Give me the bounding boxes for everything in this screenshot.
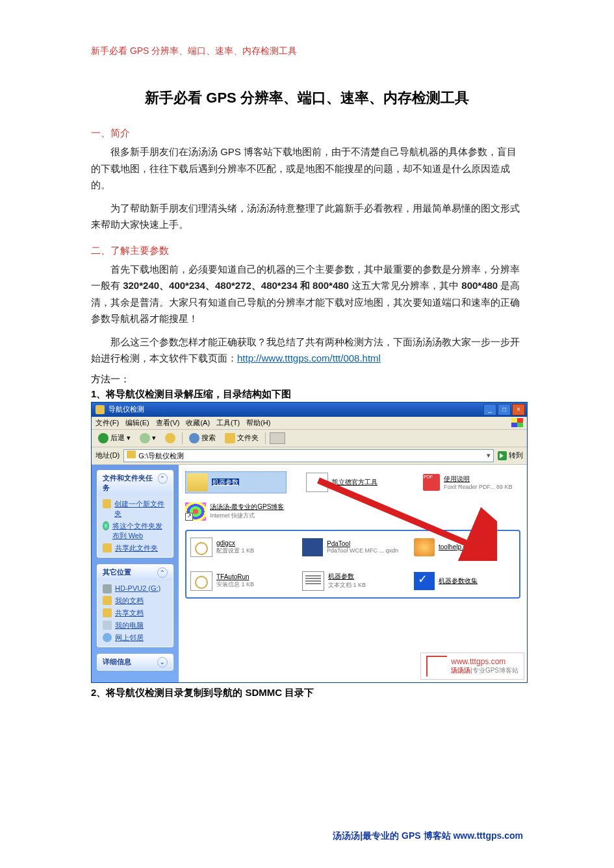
menu-help[interactable]: 帮助(H) [246,418,270,428]
file-name: 机器参数 [328,573,354,580]
forward-button[interactable]: ▾ [137,432,159,444]
logo-icon [426,656,447,676]
menu-file[interactable]: 文件(F) [96,418,119,428]
go-button[interactable]: 转到 [498,451,523,460]
menu-view[interactable]: 查看(V) [156,418,180,428]
address-label: 地址(D) [96,451,120,460]
back-label: 后退 [110,433,125,443]
share-icon [103,543,112,552]
address-input[interactable]: G:\导航仪检测 ▾ [123,449,494,462]
folders-button[interactable]: 文件夹 [222,432,261,444]
task-new-folder[interactable]: 创建一个新文件夹 [103,498,168,520]
panel3-header[interactable]: 详细信息⌄ [97,654,173,670]
search-icon [189,433,199,443]
file-tfautorun[interactable]: TFAutoRun安装信息 1 KB [190,571,288,591]
file-sub: 文本文档 1 KB [328,581,366,589]
forward-icon [140,433,150,443]
method1-step2: 2、将导航仪检测目录复制到导航的 SDMMC 目录下 [91,687,523,699]
panel-other-places: 其它位置⌃ HD-PVU2 (G:) 我的文档 共享文档 我的电脑 网上邻居 [97,564,173,647]
panel1-title: 文件和文件夹任务 [103,473,158,493]
folders-label: 文件夹 [237,433,259,443]
download-link[interactable]: http://www.tttgps.com/ttt/008.html [237,353,381,364]
file-gdigcx[interactable]: gdigcx配置设置 1 KB [190,538,288,557]
maximize-button[interactable]: □ [498,404,511,415]
file-machine-params-txt[interactable]: 机器参数文本文档 1 KB [302,571,400,591]
panel1-header[interactable]: 文件和文件夹任务⌃ [97,471,173,495]
hd-res: 800*480 [461,280,498,291]
minimize-button[interactable]: _ [483,404,496,415]
file-sub: 配置设置 1 KB [216,547,254,555]
close-button[interactable]: × [512,404,525,415]
panel2-title: 其它位置 [103,567,131,578]
place-shared-docs[interactable]: 共享文档 [103,607,168,619]
windows-logo-icon [511,418,523,427]
place-my-pc[interactable]: 我的电脑 [103,619,168,632]
watermark: www.tttgps.com 汤汤汤|专业GPS博客站 [420,652,524,680]
folder-machine-params[interactable]: 机器参数 [185,471,287,493]
menu-tools[interactable]: 工具(T) [216,418,240,428]
file-sub: Internet 快捷方式 [210,512,284,520]
settings-icon [190,571,212,591]
up-icon [165,433,175,443]
shortcut-icon: ↗ [185,513,193,521]
computer-icon [103,621,112,630]
drive-icon [103,584,112,593]
globe-icon [103,521,109,530]
resolutions-list: 320*240、400*234、480*272、480*234 和 800*48… [123,280,349,291]
section2-heading: 二、了解主要参数 [91,245,523,257]
file-blog-shortcut[interactable]: ↗ 汤汤汤-最专业的GPS博客Internet 快捷方式 [185,502,315,521]
folder-icon [103,596,112,605]
chevron-up-icon: ⌃ [158,473,168,484]
annotation-arrow-icon [315,477,497,561]
text-icon [302,571,324,591]
explorer-window: 导航仪检测 _ □ × 文件(F) 编辑(E) 查看(V) 收藏(A) 工具(T… [91,402,528,683]
place-network[interactable]: 网上邻居 [103,632,168,644]
back-button[interactable]: 后退 ▾ [96,432,133,444]
toolbar: 后退 ▾ ▾ 搜索 文件夹 [92,430,527,447]
address-value: G:\导航仪检测 [138,452,184,460]
panel3-title: 详细信息 [103,657,131,667]
search-label: 搜索 [201,433,216,443]
place-my-docs[interactable]: 我的文档 [103,595,168,607]
address-bar: 地址(D) G:\导航仪检测 ▾ 转到 [92,447,527,465]
section1-p1: 很多新手朋友们在汤汤汤 GPS 博客站下载地图前，由于不清楚自己导航机器的具体参… [91,143,523,193]
method1-label: 方法一： [91,373,523,386]
section2-p1b: 这五大常见分辨率，其中 [349,280,461,291]
menu-fav[interactable]: 收藏(A) [186,418,210,428]
folder-icon [103,499,111,508]
up-button[interactable] [162,432,178,444]
back-icon [98,433,109,443]
watermark-tag: 汤汤汤|专业GPS博客站 [451,667,518,675]
main-title: 新手必看 GPS 分辨率、端口、速率、内存检测工具 [91,88,523,108]
menu-edit[interactable]: 编辑(E) [125,418,149,428]
chevron-down-icon: ⌄ [157,657,168,667]
file-pane: 机器参数 凯立德官方工具 使用说明Foxit Reader PDF... 89 … [179,465,527,682]
panel-file-tasks: 文件和文件夹任务⌃ 创建一个新文件夹 将这个文件夹发布到 Web 共享此文件夹 [97,470,173,558]
ie-icon: ↗ [185,502,206,521]
folder-icon [187,473,208,491]
page-footer: 汤汤汤|最专业的 GPS 博客站 www.tttgps.com [333,830,523,842]
arrow-right-icon [498,451,507,460]
tasks-sidebar: 文件和文件夹任务⌃ 创建一个新文件夹 将这个文件夹发布到 Web 共享此文件夹 … [92,465,179,682]
file-name: gdigcx [216,539,235,547]
search-button[interactable]: 搜索 [186,432,218,444]
network-icon [103,633,112,642]
place-drive[interactable]: HD-PVU2 (G:) [103,583,168,595]
views-button[interactable] [270,432,285,444]
folder-icon [96,405,105,414]
watermark-url: www.tttgps.com [451,658,518,667]
task-share[interactable]: 共享此文件夹 [103,542,168,554]
section2-p2: 那么这三个参数怎样才能正确获取？我总结了共有两种检测方法，下面汤汤汤教大家一步一… [91,334,523,367]
file-params-collect[interactable]: 机器参数收集 [414,571,511,591]
method1-step1: 1、将导航仪检测目录解压缩，目录结构如下图 [91,388,523,401]
file-name: TFAutoRun [216,573,249,580]
file-name: 机器参数收集 [439,577,478,584]
settings-icon [190,538,212,557]
panel-details: 详细信息⌄ [97,654,173,671]
file-name: 机器参数 [212,478,239,486]
panel2-header[interactable]: 其它位置⌃ [97,565,173,580]
section2-p1: 首先下载地图前，必须要知道自己的机器的三个主要参数，其中最重要的参数是分辨率，分… [91,261,523,327]
folders-icon [225,433,235,443]
page-header-red: 新手必看 GPS 分辨率、端口、速率、内存检测工具 [91,45,523,57]
task-publish-web[interactable]: 将这个文件夹发布到 Web [103,520,168,542]
